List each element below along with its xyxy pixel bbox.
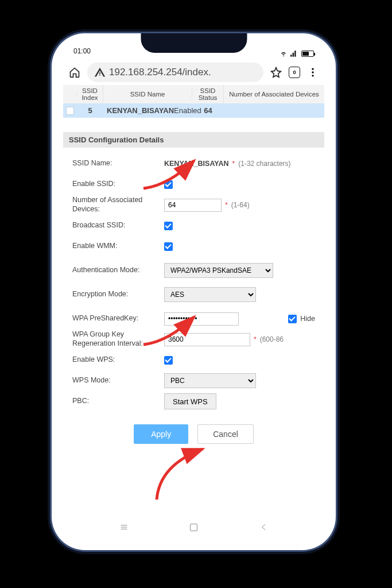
insecure-icon <box>94 67 106 78</box>
grp-hint: (600-86 <box>260 335 284 343</box>
wps-mode-select[interactable]: PBC <box>164 373 256 388</box>
phone-screen: 01:00 192.168.254.254/index. 0 SSID Inde… <box>63 45 324 539</box>
url-text: 192.168.254.254/index. <box>109 67 211 78</box>
wmm-checkbox[interactable] <box>164 242 173 251</box>
wifi-icon <box>280 49 288 57</box>
pbc-label: PBC: <box>72 397 164 406</box>
num-assoc-input[interactable] <box>164 199 222 212</box>
star-icon[interactable] <box>270 67 282 78</box>
wps-mode-label: WPS Mode: <box>72 376 164 385</box>
home-icon[interactable] <box>69 67 80 78</box>
wps-label: Enable WPS: <box>72 355 164 365</box>
num-assoc-label: Number of Associated Devices: <box>72 196 164 214</box>
signal-icon <box>290 49 298 57</box>
form-actions: Apply Cancel <box>72 424 315 444</box>
col-checkbox <box>63 92 77 96</box>
notch <box>141 33 247 53</box>
svg-point-1 <box>312 71 313 73</box>
wps-checkbox[interactable] <box>164 356 173 365</box>
clock: 01:00 <box>73 47 91 60</box>
ssid-name-label: SSID Name: <box>72 159 164 168</box>
col-assoc: Number of Associated Devices <box>224 88 324 100</box>
apply-button[interactable]: Apply <box>134 424 188 444</box>
svg-point-0 <box>312 68 313 70</box>
cancel-button[interactable]: Cancel <box>197 424 254 444</box>
status-icons <box>280 47 314 60</box>
enc-label: Encryption Mode: <box>72 290 164 299</box>
ssid-table-header: SSID Index SSID Name SSID Status Number … <box>63 85 324 103</box>
grp-label: WPA Group Key Regeneration Interval: <box>72 330 164 348</box>
psk-label: WPA PreSharedKey: <box>72 314 164 323</box>
svg-point-2 <box>312 75 313 76</box>
psk-input[interactable] <box>164 312 239 326</box>
hide-label: Hide <box>300 315 315 323</box>
android-navbar <box>119 519 269 535</box>
auth-label: Authentication Mode: <box>72 266 164 275</box>
broadcast-label: Broadcast SSID: <box>72 221 164 230</box>
row-checkbox[interactable] <box>66 107 74 115</box>
wmm-label: Enable WMM: <box>72 242 164 251</box>
grp-input[interactable] <box>164 333 250 346</box>
broadcast-checkbox[interactable] <box>164 222 173 230</box>
num-assoc-hint: (1-64) <box>231 201 250 209</box>
recent-apps-icon[interactable] <box>119 523 129 532</box>
config-form: SSID Name: KENYAN_BISAYAN *(1-32 charact… <box>63 148 324 462</box>
phone-frame: 01:00 192.168.254.254/index. 0 SSID Inde… <box>52 33 336 550</box>
home-nav-icon[interactable] <box>190 524 197 531</box>
ssid-name-value: KENYAN_BISAYAN <box>164 160 229 168</box>
enable-ssid-checkbox[interactable] <box>164 180 173 189</box>
row-name: KENYAN_BISAYAN <box>107 106 174 115</box>
row-index: 5 <box>77 103 103 118</box>
enable-ssid-label: Enable SSID: <box>72 180 164 189</box>
battery-icon <box>301 51 314 57</box>
ssid-name-hint: (1-32 characters) <box>238 160 290 168</box>
ssid-table-row[interactable]: 5 KENYAN_BISAYANEnabled 64 <box>63 103 324 118</box>
browser-address-bar: 192.168.254.254/index. 0 <box>63 60 324 85</box>
start-wps-button[interactable]: Start WPS <box>164 393 216 409</box>
menu-dots-icon[interactable] <box>307 67 319 78</box>
back-nav-icon[interactable] <box>259 523 269 532</box>
col-index: SSID Index <box>77 85 103 103</box>
tabs-icon[interactable]: 0 <box>289 67 300 78</box>
enc-select[interactable]: AES <box>164 287 256 302</box>
hide-checkbox[interactable] <box>288 315 297 323</box>
col-status: SSID Status <box>192 85 224 103</box>
url-pill[interactable]: 192.168.254.254/index. <box>87 63 263 82</box>
col-name: SSID Name <box>103 88 192 100</box>
row-devices: 64 <box>192 103 224 118</box>
section-title: SSID Configuration Details <box>63 132 324 148</box>
auth-select[interactable]: WPA2/WPA3 PSKandSAE <box>164 263 273 278</box>
router-page: SSID Index SSID Name SSID Status Number … <box>63 85 324 462</box>
